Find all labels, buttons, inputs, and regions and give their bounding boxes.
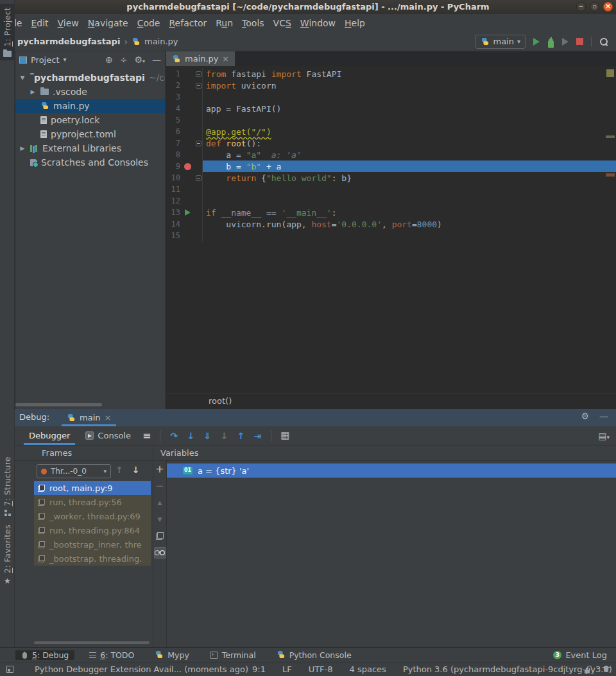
stripe-tab-favorites[interactable]: 2: Favorites★ <box>0 521 15 588</box>
frame-row[interactable]: _bootstrap, threading. <box>34 551 151 566</box>
menu-item-navigate[interactable]: Navigate <box>83 16 133 30</box>
caret-position[interactable]: 9:1 <box>252 664 266 674</box>
gear-icon[interactable]: ⚙ <box>581 412 589 420</box>
down-button[interactable]: ▼ <box>153 511 166 528</box>
inspection-status-indicator[interactable] <box>606 69 614 77</box>
tool-window-button-mypy[interactable]: Mypy <box>149 650 195 660</box>
tree-item-main-py[interactable]: main.py <box>15 99 165 113</box>
layout-menu-icon[interactable]: ≡ <box>142 431 151 441</box>
coverage-button[interactable] <box>562 38 569 46</box>
tool-window-button-terminal[interactable]: ›Terminal <box>204 650 262 660</box>
warning-stripe-marker[interactable] <box>606 135 615 138</box>
step-over-button[interactable]: ↷ <box>166 431 182 441</box>
menu-item-run[interactable]: Run <box>211 16 237 30</box>
menu-item-edit[interactable]: Edit <box>26 16 53 30</box>
frame-row[interactable]: run, threading.py:864 <box>34 523 151 537</box>
event-log-button[interactable]: 3 Event Log <box>553 650 607 660</box>
stripe-tab-project[interactable]: 1: Project <box>0 4 15 60</box>
run-line-icon[interactable] <box>180 209 194 216</box>
locate-icon[interactable]: ⊕ <box>105 55 113 64</box>
tab-console[interactable]: Console <box>78 431 139 440</box>
frame-row[interactable]: _bootstrap_inner, thre <box>34 537 151 551</box>
step-into-my-code-button[interactable]: ⇓ <box>199 431 216 441</box>
chevron-down-icon[interactable]: ▾ <box>63 56 66 63</box>
breadcrumb-project[interactable]: pycharmdebugfastapi <box>17 37 120 46</box>
menu-item-view[interactable]: View <box>53 16 83 30</box>
line-ending[interactable]: LF <box>282 664 292 674</box>
debug-session-tab[interactable]: main × <box>62 409 116 426</box>
breadcrumb-file[interactable]: main.py <box>144 37 178 46</box>
project-panel-title[interactable]: Project <box>31 55 59 65</box>
tree-chevron-right-icon[interactable]: ▶ <box>29 89 37 95</box>
force-step-into-button[interactable]: ↓ <box>216 431 232 441</box>
menu-item-help[interactable]: Help <box>340 16 370 30</box>
hide-icon[interactable]: — <box>152 55 161 64</box>
editor-tab-main-py[interactable]: main.py × <box>166 51 235 66</box>
add-button[interactable]: + <box>153 461 166 478</box>
tool-window-button-6-todo[interactable]: 6: TODO <box>83 650 140 660</box>
code-text[interactable]: from fastapi import FastAPI <box>203 68 616 80</box>
horizontal-scrollbar[interactable] <box>34 641 150 644</box>
debug-button[interactable] <box>547 37 554 46</box>
maximize-button[interactable]: ▫ <box>590 2 599 12</box>
settings-icon[interactable]: ⚙▾ <box>134 55 145 64</box>
code-text[interactable]: if __name__ == '__main__': <box>203 207 616 218</box>
code-text[interactable]: uvicorn.run(app, host='0.0.0.0', port=80… <box>203 218 616 230</box>
code-text[interactable]: a = "a" a: 'a' <box>203 149 616 160</box>
tool-window-toggle-icon[interactable] <box>6 666 13 673</box>
tab-debugger[interactable]: Debugger <box>21 426 78 445</box>
breakpoint-icon[interactable] <box>180 163 194 170</box>
close-session-icon[interactable]: × <box>104 413 111 422</box>
indent-setting[interactable]: 4 spaces <box>350 664 386 674</box>
up-button[interactable]: ▲ <box>153 494 166 511</box>
frame-row[interactable]: _worker, thread.py:69 <box>34 509 151 523</box>
step-into-button[interactable]: ↓ <box>182 431 199 441</box>
run-configuration-select[interactable]: main ▾ <box>475 35 526 49</box>
code-text[interactable]: return {"hello world": b} <box>203 172 616 184</box>
execution-stripe-marker[interactable] <box>606 173 615 177</box>
breadcrumb-function[interactable]: root() <box>209 396 232 406</box>
code-text[interactable]: app = FastAPI() <box>203 103 616 114</box>
run-button[interactable] <box>533 38 540 46</box>
minimize-button[interactable]: − <box>576 2 586 12</box>
restore-layout-icon[interactable]: ▤▾ <box>598 431 610 440</box>
fold-gutter[interactable] <box>194 172 203 184</box>
lock-icon[interactable] <box>585 666 591 673</box>
tree-item-external-libraries[interactable]: ▶External Libraries <box>15 141 165 155</box>
tool-window-button-python-console[interactable]: Python Console <box>271 650 357 660</box>
step-out-button[interactable]: ↑ <box>232 431 249 441</box>
menu-item-code[interactable]: Code <box>133 16 165 30</box>
next-frame-icon[interactable]: ↓ <box>132 465 140 474</box>
python-interpreter[interactable]: Python 3.6 (pycharmdebugfastapi-9cdjtyrg… <box>403 664 612 674</box>
evaluate-expression-icon[interactable]: ▦ <box>277 431 293 440</box>
code-text[interactable]: b = "b" + a <box>203 160 616 172</box>
stop-button[interactable] <box>576 38 583 45</box>
code-text[interactable] <box>203 230 616 241</box>
tree-chevron-right-icon[interactable]: ▶ <box>19 145 26 152</box>
frame-row[interactable]: root, main.py:9 <box>34 481 151 495</box>
tree-item-poetry-lock[interactable]: poetry.lock <box>15 113 165 127</box>
tree-item-pyproject-toml[interactable]: pyproject.toml <box>15 127 165 141</box>
copy-button[interactable] <box>153 528 166 544</box>
menu-item-window[interactable]: Window <box>296 16 340 30</box>
inspections-profile-icon[interactable] <box>603 666 610 673</box>
code-text[interactable]: def root(): <box>203 137 616 149</box>
fold-gutter[interactable] <box>194 68 203 80</box>
remove-button[interactable]: − <box>153 478 166 494</box>
close-tab-icon[interactable]: × <box>223 55 229 64</box>
code-text[interactable]: @app.get("/") <box>203 126 616 137</box>
horizontal-scrollbar[interactable] <box>15 403 102 406</box>
status-message[interactable]: Python Debugger Extension Avail... (mome… <box>35 664 248 674</box>
collapse-all-icon[interactable]: ÷ <box>120 55 128 64</box>
tool-window-button-5-debug[interactable]: 5: Debug <box>15 650 74 660</box>
tree-item--vscode[interactable]: ▶.vscode <box>15 85 165 99</box>
close-button[interactable]: × <box>603 2 613 12</box>
menu-item-vcs[interactable]: VCS <box>269 16 296 30</box>
tree-chevron-down-icon[interactable]: ▼ <box>19 74 26 81</box>
code-text[interactable] <box>203 91 616 103</box>
previous-frame-icon[interactable]: ↑ <box>116 465 123 474</box>
tree-item-pycharmdebugfastapi[interactable]: ▼pycharmdebugfastapi ~/code/pycharmdebug… <box>15 71 165 85</box>
code-text[interactable] <box>203 114 616 126</box>
menu-item-tools[interactable]: Tools <box>237 16 269 30</box>
fold-gutter[interactable] <box>194 137 203 149</box>
